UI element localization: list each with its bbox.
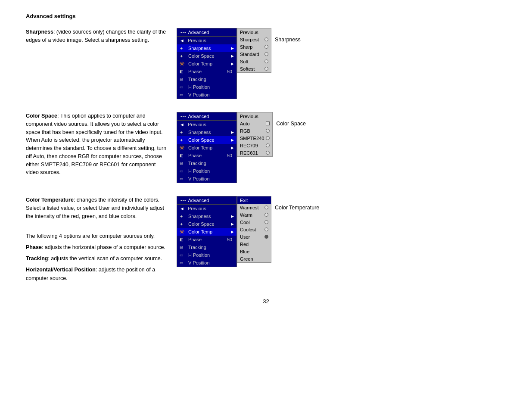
radio-sharp <box>264 45 268 49</box>
radio-warmest <box>264 206 268 209</box>
menu-item-tracking-3[interactable]: ⊟ Tracking <box>177 243 236 251</box>
phase-value-1: 50 <box>227 69 232 74</box>
sub-sharpest-label: Sharpest <box>240 37 263 42</box>
extra-text-phase: Phase: adjusts the horizontal phase of a… <box>26 243 168 252</box>
page-title: Advanced settings <box>26 13 506 19</box>
menu-item-colortemp-1[interactable]: 🔆 Color Temp ▶ <box>177 60 236 68</box>
menu-item-tracking-1[interactable]: ⊟ Tracking <box>177 75 236 83</box>
sub-user-label: User <box>240 234 263 240</box>
sub-coolest-label: Coolest <box>240 227 263 232</box>
menu-item-colorspace-3[interactable]: ✦ Color Space ▶ <box>177 220 236 228</box>
hpos-icon-2: ▭ <box>180 169 187 173</box>
menu-item-sharpness-3[interactable]: ✦ Sharpness ▶ <box>177 212 236 220</box>
phase-value-2: 50 <box>227 153 232 158</box>
phase-label-2: Phase <box>187 153 227 158</box>
colortemp-label-2: Color Temp <box>187 145 231 150</box>
sub-item-sharp[interactable]: Sharp <box>237 43 271 50</box>
menu-item-vpos-3[interactable]: ▭ V Position <box>177 259 236 267</box>
sub-item-previous-cs[interactable]: Previous <box>237 112 272 120</box>
sub-item-rec601[interactable]: REC601 <box>237 149 272 156</box>
sub-item-softest[interactable]: Softest <box>237 65 271 72</box>
sub-item-coolest[interactable]: Coolest <box>237 226 271 233</box>
sub-item-previous-s1[interactable]: Previous <box>237 28 271 36</box>
submenu-colorspace: Previous Auto RGB SMPTE240 <box>237 112 273 157</box>
menu-item-vpos-2[interactable]: ▭ V Position <box>177 175 236 183</box>
hpos-label-3: H Position <box>187 252 234 258</box>
sub-item-auto[interactable]: Auto <box>237 120 272 127</box>
colorspace-arrow-2: ▶ <box>231 138 234 142</box>
prev-arrow-2: ◄ <box>180 122 184 127</box>
prev-label-2: Previous <box>186 122 234 127</box>
menu-label-colorspace: Color Space <box>276 121 306 127</box>
section-sharpness: Sharpness: (video sources only) changes … <box>26 28 506 99</box>
tracking-label-1: Tracking <box>187 77 234 82</box>
sub-item-cool[interactable]: Cool <box>237 218 271 226</box>
menu-label-colortemp: Color Temperature <box>275 205 319 211</box>
menu-with-sub-sharpness: ••• Advanced ◄ Previous ✦ Sharpness ▶ ✦ <box>177 28 271 99</box>
radio-rec601 <box>266 151 270 155</box>
tracking-label-2: Tracking <box>187 161 234 166</box>
radio-standard <box>264 52 268 56</box>
sub-item-rgb[interactable]: RGB <box>237 127 272 134</box>
menu-item-sharpness-2[interactable]: ✦ Sharpness ▶ <box>177 128 236 136</box>
sub-rec709-label: REC709 <box>240 143 264 148</box>
sub-item-exit[interactable]: Exit <box>237 196 271 204</box>
osd-title-colortemp: ••• Advanced <box>177 196 236 205</box>
menu-item-hpos-2[interactable]: ▭ H Position <box>177 167 236 175</box>
sub-item-red[interactable]: Red <box>237 240 271 248</box>
colorspace-label-3: Color Space <box>187 221 231 227</box>
phase-icon-1: ◧ <box>180 69 187 74</box>
sub-red-label: Red <box>240 242 249 247</box>
sub-item-warm[interactable]: Warm <box>237 211 271 218</box>
radio-sharpest <box>264 37 268 41</box>
text-col-sharpness: Sharpness: (video sources only) changes … <box>26 28 168 99</box>
colorspace-label-2: Color Space <box>187 137 231 143</box>
sub-item-soft[interactable]: Soft <box>237 58 271 65</box>
menu-col-colortemp: ••• Advanced ◄ Previous ✦ Sharpness ▶ ✦ <box>177 196 319 285</box>
radio-rgb <box>266 129 270 133</box>
tracking-icon-1: ⊟ <box>180 77 187 81</box>
menu-item-prev-1[interactable]: ◄ Previous <box>177 37 236 44</box>
menu-item-colortemp-2[interactable]: 🔆 Color Temp ▶ <box>177 144 236 152</box>
colorspace-description: Color Space: This option applies to comp… <box>26 112 168 177</box>
menu-item-prev-2[interactable]: ◄ Previous <box>177 121 236 128</box>
sub-sharp-label: Sharp <box>240 44 263 50</box>
colorspace-arrow-1: ▶ <box>231 54 234 58</box>
sub-cool-label: Cool <box>240 220 263 225</box>
sub-prev-label-cs: Previous <box>240 114 258 119</box>
menu-with-sub-colorspace: ••• Advanced ◄ Previous ✦ Sharpness ▶ ✦ <box>177 112 273 183</box>
sharpness-arrow-2: ▶ <box>231 130 234 134</box>
osd-title-sharpness: ••• Advanced <box>177 28 236 37</box>
menu-item-colortemp-3[interactable]: 🔆 Color Temp ▶ <box>177 228 236 236</box>
menu-item-colorspace-2[interactable]: ✦ Color Space ▶ <box>177 136 236 144</box>
menu-item-prev-3[interactable]: ◄ Previous <box>177 205 236 212</box>
phase-icon-2: ◧ <box>180 153 187 158</box>
sub-item-blue[interactable]: Blue <box>237 248 271 255</box>
sub-item-standard[interactable]: Standard <box>237 50 271 58</box>
sub-item-rec709[interactable]: REC709 <box>237 142 272 149</box>
menu-item-colorspace-1[interactable]: ✦ Color Space ▶ <box>177 52 236 60</box>
osd-menu-colorspace: ••• Advanced ◄ Previous ✦ Sharpness ▶ ✦ <box>177 112 237 183</box>
sub-item-warmest[interactable]: Warmest <box>237 204 271 211</box>
sub-item-sharpest[interactable]: Sharpest <box>237 36 271 43</box>
radio-coolest <box>264 227 268 231</box>
menu-item-vpos-1[interactable]: ▭ V Position <box>177 91 236 99</box>
menu-item-phase-2[interactable]: ◧ Phase 50 <box>177 152 236 159</box>
page-number: 32 <box>26 298 506 305</box>
menu-item-phase-3[interactable]: ◧ Phase 50 <box>177 236 236 243</box>
sub-item-green[interactable]: Green <box>237 255 271 262</box>
sub-item-smpte240[interactable]: SMPTE240 <box>237 134 272 142</box>
colorspace-label-1: Color Space <box>187 53 231 59</box>
menu-item-sharpness-1[interactable]: ✦ Sharpness ▶ <box>177 44 236 52</box>
menu-item-hpos-3[interactable]: ▭ H Position <box>177 251 236 259</box>
colorspace-icon-2: ✦ <box>180 138 187 143</box>
menu-item-tracking-2[interactable]: ⊟ Tracking <box>177 159 236 167</box>
menu-item-hpos-1[interactable]: ▭ H Position <box>177 83 236 91</box>
sub-item-user[interactable]: User <box>237 233 271 240</box>
menu-item-phase-1[interactable]: ◧ Phase 50 <box>177 68 236 75</box>
radio-smpte240 <box>266 136 270 140</box>
colortemp-label-3: Color Temp <box>187 229 231 234</box>
sharpness-arrow-1: ▶ <box>231 46 234 50</box>
extra-text-position: Horizontal/Vertical Position: adjusts th… <box>26 265 168 283</box>
sharpness-label-2: Sharpness <box>187 130 231 135</box>
